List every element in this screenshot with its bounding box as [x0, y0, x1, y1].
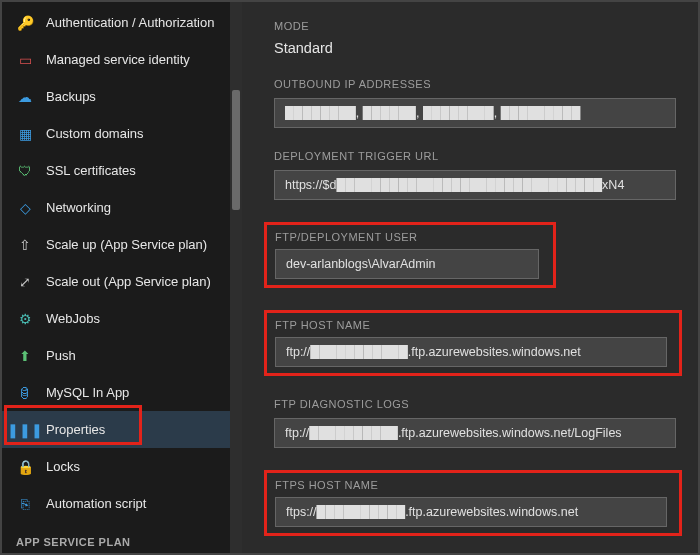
sidebar-item-managed-service-identity[interactable]: ▭Managed service identity: [2, 41, 242, 78]
sidebar-item-networking[interactable]: ◇Networking: [2, 189, 242, 226]
sidebar-item-backups[interactable]: ☁Backups: [2, 78, 242, 115]
label-outbound-ips: OUTBOUND IP ADDRESSES: [274, 78, 676, 90]
sidebar-item-automation-script[interactable]: ⎘Automation script: [2, 485, 242, 522]
sidebar-item-label: Scale out (App Service plan): [46, 274, 211, 289]
sidebar-item-custom-domains[interactable]: ▦Custom domains: [2, 115, 242, 152]
label-ftps-host: FTPS HOST NAME: [275, 479, 671, 491]
input-ftp-host[interactable]: [275, 337, 667, 367]
scale-out-icon: ⤢: [16, 273, 34, 291]
input-outbound-ips[interactable]: [274, 98, 676, 128]
sidebar-item-label: Authentication / Authorization: [46, 15, 214, 30]
domain-icon: ▦: [16, 125, 34, 143]
input-ftp-diag[interactable]: [274, 418, 676, 448]
sidebar-item-scale-up-app-service-plan[interactable]: ⇧Scale up (App Service plan): [2, 226, 242, 263]
lock-icon: 🔒: [16, 458, 34, 476]
sidebar-item-label: Networking: [46, 200, 111, 215]
sidebar-item-authentication-authorization[interactable]: 🔑Authentication / Authorization: [2, 4, 242, 41]
sidebar-item-label: MySQL In App: [46, 385, 129, 400]
shield-icon: 🛡: [16, 162, 34, 180]
value-mode: Standard: [274, 40, 676, 56]
sidebar-item-scale-out-app-service-plan[interactable]: ⤢Scale out (App Service plan): [2, 263, 242, 300]
id-icon: ▭: [16, 51, 34, 69]
label-deployment-trigger-url: DEPLOYMENT TRIGGER URL: [274, 150, 676, 162]
app-root: 🔑Authentication / Authorization▭Managed …: [0, 0, 700, 555]
label-mode: MODE: [274, 20, 676, 32]
label-ftp-diag: FTP DIAGNOSTIC LOGS: [274, 398, 676, 410]
sidebar-item-push[interactable]: ⬆Push: [2, 337, 242, 374]
field-mode: MODE Standard: [274, 20, 676, 56]
scrollbar-thumb[interactable]: [232, 90, 240, 210]
sidebar-item-label: Properties: [46, 422, 105, 437]
sidebar-item-label: SSL certificates: [46, 163, 136, 178]
label-ftp-host: FTP HOST NAME: [275, 319, 671, 331]
field-ftp-diag: FTP DIAGNOSTIC LOGS: [274, 398, 676, 448]
sidebar-item-label: WebJobs: [46, 311, 100, 326]
sidebar-item-mysql-in-app[interactable]: 🛢MySQL In App: [2, 374, 242, 411]
sidebar: 🔑Authentication / Authorization▭Managed …: [2, 2, 242, 553]
properties-icon: ❚❚❚: [16, 421, 34, 439]
input-ftps-host[interactable]: [275, 497, 667, 527]
sidebar-list: 🔑Authentication / Authorization▭Managed …: [2, 2, 242, 522]
label-ftp-user: FTP/DEPLOYMENT USER: [275, 231, 545, 243]
sidebar-item-properties[interactable]: ❚❚❚Properties: [2, 411, 242, 448]
sidebar-item-label: Automation script: [46, 496, 146, 511]
scrollbar-track[interactable]: [230, 2, 242, 553]
push-icon: ⬆: [16, 347, 34, 365]
field-ftp-user: FTP/DEPLOYMENT USER: [264, 222, 556, 288]
key-icon: 🔑: [16, 14, 34, 32]
sidebar-item-webjobs[interactable]: ⚙WebJobs: [2, 300, 242, 337]
mysql-icon: 🛢: [16, 384, 34, 402]
field-ftps-host: FTPS HOST NAME: [264, 470, 682, 536]
field-ftp-host: FTP HOST NAME: [264, 310, 682, 376]
webjobs-icon: ⚙: [16, 310, 34, 328]
sidebar-item-label: Backups: [46, 89, 96, 104]
sidebar-item-label: Push: [46, 348, 76, 363]
network-icon: ◇: [16, 199, 34, 217]
sidebar-item-label: Managed service identity: [46, 52, 190, 67]
input-deployment-trigger-url[interactable]: [274, 170, 676, 200]
scale-up-icon: ⇧: [16, 236, 34, 254]
field-deployment-trigger-url: DEPLOYMENT TRIGGER URL: [274, 150, 676, 200]
sidebar-item-locks[interactable]: 🔒Locks: [2, 448, 242, 485]
cloud-icon: ☁: [16, 88, 34, 106]
script-icon: ⎘: [16, 495, 34, 513]
content-panel: MODE Standard OUTBOUND IP ADDRESSES DEPL…: [242, 2, 698, 553]
field-outbound-ips: OUTBOUND IP ADDRESSES: [274, 78, 676, 128]
section-header-app-service-plan: APP SERVICE PLAN: [2, 522, 242, 553]
sidebar-item-label: Scale up (App Service plan): [46, 237, 207, 252]
sidebar-item-label: Custom domains: [46, 126, 144, 141]
sidebar-item-ssl-certificates[interactable]: 🛡SSL certificates: [2, 152, 242, 189]
sidebar-item-label: Locks: [46, 459, 80, 474]
input-ftp-user[interactable]: [275, 249, 539, 279]
